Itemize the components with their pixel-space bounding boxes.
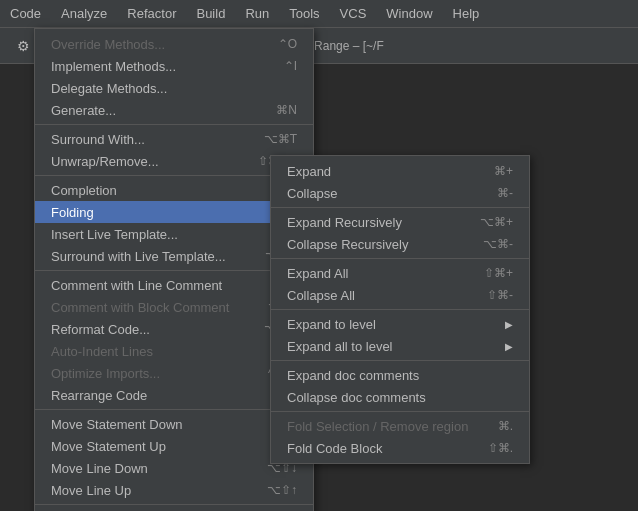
folding-expand-all-to-level[interactable]: Expand all to level ▶ — [271, 335, 529, 357]
menu-item-delegate-methods[interactable]: Delegate Methods... — [35, 77, 313, 99]
menu-item-generate[interactable]: Generate... ⌘N — [35, 99, 313, 121]
folding-submenu: Expand ⌘+ Collapse ⌘- Expand Recursively… — [270, 155, 530, 464]
menu-analyze[interactable]: Analyze — [51, 2, 117, 25]
menu-build[interactable]: Build — [186, 2, 235, 25]
folding-expand-doc-comments[interactable]: Expand doc comments — [271, 364, 529, 386]
folding-collapse-all[interactable]: Collapse All ⇧⌘- — [271, 284, 529, 306]
folding-fold-selection[interactable]: Fold Selection / Remove region ⌘. — [271, 415, 529, 437]
menu-item-override-methods[interactable]: Override Methods... ⌃O — [35, 33, 313, 55]
menu-code[interactable]: Code — [0, 2, 51, 25]
menu-refactor[interactable]: Refactor — [117, 2, 186, 25]
folding-divider-5 — [271, 411, 529, 412]
folding-collapse-recursively[interactable]: Collapse Recursively ⌥⌘- — [271, 233, 529, 255]
menu-item-implement-methods[interactable]: Implement Methods... ⌃I — [35, 55, 313, 77]
folding-collapse[interactable]: Collapse ⌘- — [271, 182, 529, 204]
menu-vcs[interactable]: VCS — [330, 2, 377, 25]
divider-1 — [35, 124, 313, 125]
divider-5 — [35, 504, 313, 505]
submenu-arrow: ▶ — [505, 319, 513, 330]
folding-fold-code-block[interactable]: Fold Code Block ⇧⌘. — [271, 437, 529, 459]
folding-expand[interactable]: Expand ⌘+ — [271, 160, 529, 182]
folding-expand-all[interactable]: Expand All ⇧⌘+ — [271, 262, 529, 284]
menu-bar: Code Analyze Refactor Build Run Tools VC… — [0, 0, 638, 28]
submenu-arrow: ▶ — [505, 341, 513, 352]
menu-window[interactable]: Window — [376, 2, 442, 25]
folding-expand-recursively[interactable]: Expand Recursively ⌥⌘+ — [271, 211, 529, 233]
toolbar-icon-1[interactable]: ⚙ — [12, 35, 34, 57]
folding-collapse-doc-comments[interactable]: Collapse doc comments — [271, 386, 529, 408]
menu-tools[interactable]: Tools — [279, 2, 329, 25]
menu-item-move-line-up[interactable]: Move Line Up ⌥⇧↑ — [35, 479, 313, 501]
menu-help[interactable]: Help — [443, 2, 490, 25]
folding-divider-1 — [271, 207, 529, 208]
menu-item-surround-with[interactable]: Surround With... ⌥⌘T — [35, 128, 313, 150]
menu-run[interactable]: Run — [235, 2, 279, 25]
folding-divider-2 — [271, 258, 529, 259]
folding-divider-3 — [271, 309, 529, 310]
folding-divider-4 — [271, 360, 529, 361]
folding-expand-to-level[interactable]: Expand to level ▶ — [271, 313, 529, 335]
